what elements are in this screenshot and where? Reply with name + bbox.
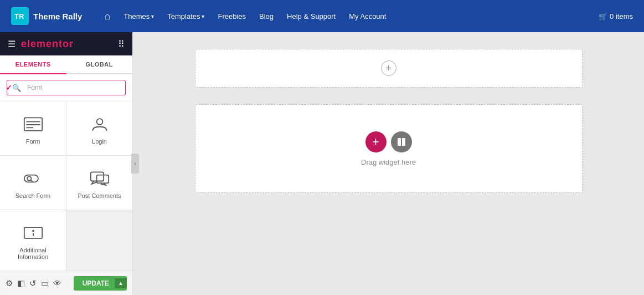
sidebar-tabs: ELEMENTS GLOBAL	[0, 55, 132, 74]
drag-widget-label: Drag widget here	[361, 158, 416, 166]
canvas-area: + + Drag widget here	[133, 32, 644, 295]
login-icon	[87, 115, 112, 134]
nav-item-templates[interactable]: Templates ▾	[167, 12, 204, 21]
widget-login[interactable]: Login	[66, 101, 132, 155]
sidebar-header: ☰ elementor ⠿	[0, 32, 132, 55]
widget-additional-info[interactable]: Additional Information	[0, 210, 66, 271]
update-arrow-icon[interactable]: ▲	[115, 278, 127, 288]
nav-item-freebies[interactable]: Freebies	[218, 12, 246, 21]
cart-icon[interactable]: 🛒 0 items	[599, 12, 633, 21]
search-icon: 🔍	[12, 84, 21, 92]
add-section-button[interactable]: +	[381, 60, 396, 76]
home-icon[interactable]: ⌂	[104, 11, 110, 22]
drag-buttons: +	[365, 131, 412, 152]
search-area: ✓ 🔍	[0, 74, 132, 101]
info-icon	[21, 223, 45, 242]
collapse-handle[interactable]: ‹	[131, 154, 139, 174]
grid-icon[interactable]: ⠿	[118, 39, 125, 49]
empty-widget-slot	[66, 210, 132, 271]
top-navigation: TR Theme Rally ⌂ Themes ▾ Templates ▾ Fr…	[0, 0, 644, 32]
nav-item-help[interactable]: Help & Support	[287, 12, 336, 21]
post-comments-label: Post Comments	[78, 192, 121, 199]
main-container: ☰ elementor ⠿ ELEMENTS GLOBAL ✓ 🔍	[0, 32, 644, 295]
widget-form[interactable]: Form	[0, 101, 66, 155]
svg-point-12	[32, 230, 34, 232]
checkmark-icon: ✓	[6, 83, 12, 92]
login-label: Login	[92, 138, 107, 145]
cart-area[interactable]: 🛒 0 items	[599, 12, 633, 21]
responsive-icon[interactable]: ▭	[41, 278, 49, 288]
history-icon[interactable]: ↺	[29, 278, 37, 288]
widgets-grid: Form Login	[0, 101, 132, 271]
chevron-down-icon: ▾	[151, 13, 154, 19]
svg-point-7	[27, 176, 31, 180]
search-form-label: Search Form	[16, 192, 51, 199]
form-icon	[21, 115, 45, 134]
update-button[interactable]: UPDATE ▲	[74, 276, 127, 291]
post-comments-icon	[87, 169, 112, 188]
search-input[interactable]	[7, 80, 126, 95]
nav-item-myaccount[interactable]: My Account	[349, 12, 386, 21]
elementor-logo: elementor	[21, 38, 74, 50]
svg-rect-14	[398, 138, 401, 146]
svg-rect-15	[402, 138, 405, 146]
widget-post-comments[interactable]: Post Comments	[66, 156, 132, 210]
widget-search-form[interactable]: Search Form	[0, 156, 66, 210]
logo-text: Theme Rally	[33, 12, 82, 21]
layout-button[interactable]	[391, 131, 412, 152]
svg-text:TR: TR	[14, 12, 24, 21]
form-label: Form	[26, 138, 40, 145]
svg-point-5	[96, 119, 102, 125]
sidebar: ☰ elementor ⠿ ELEMENTS GLOBAL ✓ 🔍	[0, 32, 133, 295]
tab-global[interactable]: GLOBAL	[66, 55, 133, 73]
settings-icon[interactable]: ⚙	[6, 278, 13, 288]
nav-item-themes[interactable]: Themes ▾	[123, 12, 154, 21]
cart-icon-symbol: 🛒	[599, 12, 607, 21]
hamburger-icon[interactable]: ☰	[8, 39, 16, 49]
preview-icon[interactable]: 👁	[53, 278, 61, 288]
empty-section: +	[195, 49, 583, 88]
svg-rect-10	[96, 175, 109, 182]
layers-icon[interactable]: ◧	[17, 278, 25, 288]
nav-item-blog[interactable]: Blog	[259, 12, 274, 21]
site-logo: TR Theme Rally	[11, 7, 82, 25]
tab-elements[interactable]: ELEMENTS	[0, 55, 66, 74]
logo-icon: TR	[11, 7, 29, 25]
sidebar-footer: ⚙ ◧ ↺ ▭ 👁 UPDATE ▲	[0, 271, 132, 295]
cart-count: 0 items	[610, 12, 633, 21]
chevron-down-icon: ▾	[202, 13, 204, 19]
additional-info-label: Additional Information	[6, 247, 60, 260]
search-form-icon	[21, 169, 45, 188]
drag-widget-section: + Drag widget here	[195, 104, 583, 193]
add-widget-button[interactable]: +	[365, 131, 387, 152]
